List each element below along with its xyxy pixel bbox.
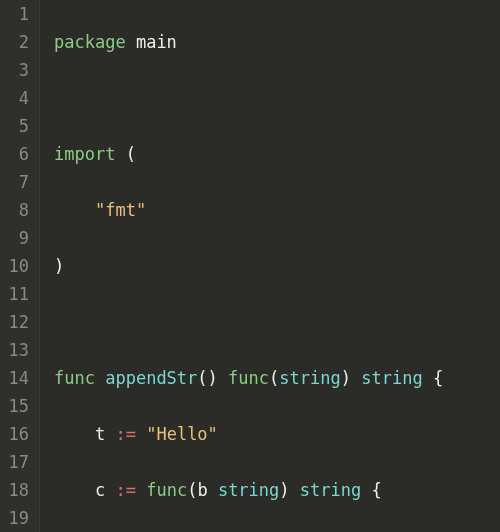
ident-c: c: [95, 480, 105, 500]
punct-rparen: ): [54, 256, 64, 276]
punct-lparen: (: [197, 368, 207, 388]
ident-t: t: [95, 424, 105, 444]
line-number: 17: [6, 448, 29, 476]
line-number: 1: [6, 0, 29, 28]
ident-b: b: [197, 480, 207, 500]
punct-lparen: (: [269, 368, 279, 388]
code-editor: 1 2 3 4 5 6 7 8 9 10 11 12 13 14 15 16 1…: [0, 0, 500, 532]
func-appendStr: appendStr: [105, 368, 197, 388]
ident-main: main: [136, 32, 177, 52]
line-number: 16: [6, 420, 29, 448]
string-hello: "Hello": [146, 424, 218, 444]
type-string: string: [279, 368, 340, 388]
keyword-func: func: [228, 368, 269, 388]
keyword-import: import: [54, 144, 115, 164]
line-number: 18: [6, 476, 29, 504]
punct-lparen: (: [126, 144, 136, 164]
line-number: 11: [6, 280, 29, 308]
string-fmt: "fmt": [95, 200, 146, 220]
line-number: 6: [6, 140, 29, 168]
punct-rparen: ): [341, 368, 351, 388]
keyword-func: func: [146, 480, 187, 500]
punct-lbrace: {: [433, 368, 443, 388]
line-number: 12: [6, 308, 29, 336]
line-number: 9: [6, 224, 29, 252]
line-number: 14: [6, 364, 29, 392]
line-number: 5: [6, 112, 29, 140]
code-line: func appendStr() func(string) string {: [54, 364, 500, 392]
code-line: "fmt": [54, 196, 500, 224]
type-string: string: [300, 480, 361, 500]
type-string: string: [218, 480, 279, 500]
code-line: c := func(b string) string {: [54, 476, 500, 504]
code-line: t := "Hello": [54, 420, 500, 448]
line-number: 8: [6, 196, 29, 224]
code-line: [54, 84, 500, 112]
line-number: 13: [6, 336, 29, 364]
line-number: 4: [6, 84, 29, 112]
punct-lbrace: {: [371, 480, 381, 500]
line-number: 10: [6, 252, 29, 280]
line-number: 7: [6, 168, 29, 196]
punct-rparen: ): [279, 480, 289, 500]
line-number: 3: [6, 56, 29, 84]
code-line: ): [54, 252, 500, 280]
line-number: 19: [6, 504, 29, 532]
op-assign: :=: [115, 480, 135, 500]
code-line: [54, 308, 500, 336]
op-assign: :=: [115, 424, 135, 444]
code-line: import (: [54, 140, 500, 168]
code-line: package main: [54, 28, 500, 56]
type-string: string: [361, 368, 422, 388]
punct-lparen: (: [187, 480, 197, 500]
keyword-func: func: [54, 368, 95, 388]
line-number: 15: [6, 392, 29, 420]
keyword-package: package: [54, 32, 126, 52]
punct-rparen: ): [208, 368, 218, 388]
code-area[interactable]: package main import ( "fmt" ) func appen…: [40, 0, 500, 532]
line-number: 2: [6, 28, 29, 56]
line-number-gutter: 1 2 3 4 5 6 7 8 9 10 11 12 13 14 15 16 1…: [0, 0, 40, 532]
